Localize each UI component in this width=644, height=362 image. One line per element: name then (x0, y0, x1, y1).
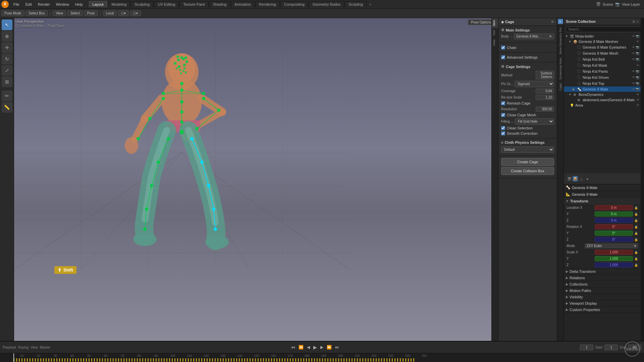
close-cage-mesh-checkbox[interactable] (501, 113, 505, 117)
ninja-boiler-eye[interactable]: 👁 (632, 35, 635, 38)
outliner-item-top[interactable]: 〇 Ninja Kid Top 👁 📷 (564, 80, 641, 86)
bone-dynamics-label[interactable]: Bone Dynamics Pro (558, 26, 563, 56)
tab-rendering[interactable]: Rendering (255, 1, 280, 7)
jump-end-btn[interactable]: ⏭ (334, 344, 340, 350)
sigmoid-select[interactable]: Sigmoid (515, 81, 554, 87)
select-box[interactable]: Select Box (26, 10, 48, 16)
outliner-item-g8-male[interactable]: ▶ 🦴 Genesis 8 Male 👁 📷 (564, 86, 641, 92)
tool-transform[interactable]: ⊞ (2, 76, 12, 87)
scale-z-value[interactable]: 1.000 (595, 262, 633, 267)
start-frame-input[interactable]: 1 (604, 345, 618, 350)
scale-y-lock[interactable]: 🔒 (634, 257, 638, 260)
top-eye[interactable]: 👁 (632, 82, 635, 85)
viewport-3d[interactable]: User Perspective (1) Genesis 8 Male : rT… (14, 18, 498, 341)
outliner-item-g8-mesh[interactable]: 〇 Genesis 8 Male Mesh 👁 📷 (564, 50, 641, 56)
create-collision-btn[interactable]: Create Collision Box (501, 167, 554, 175)
outliner-item-mask[interactable]: 〇 Ninja Kid Mask 👁 (564, 62, 641, 68)
mode-value-dropdown[interactable]: ZXY Euler ▾ (585, 243, 638, 248)
custom-properties-section[interactable]: ▶ Custom Properties (564, 307, 641, 313)
pants-eye[interactable]: 👁 (632, 70, 635, 73)
location-y-value[interactable]: 0 m (595, 212, 633, 217)
tab-uv-editing[interactable]: UV Editing (154, 1, 179, 7)
collections-section[interactable]: ▶ Collections (564, 281, 641, 288)
visibility-section[interactable]: ▶ Visibility (564, 294, 641, 300)
tool-annotate[interactable]: ✏ (2, 90, 12, 101)
viewport-display-section[interactable]: ▶ Viewport Display (564, 300, 641, 307)
timeline-track[interactable]: 10 20 30 40 50 60 70 80 90 100 110 120 1… (0, 353, 644, 362)
tab-scripting[interactable]: Scripting (345, 1, 367, 7)
advanced-settings-checkbox[interactable] (501, 55, 505, 59)
tab-animation[interactable]: Animation (231, 1, 255, 7)
filter-icon[interactable]: ⚙ (632, 20, 635, 23)
g8-male-render[interactable]: 📷 (636, 87, 639, 91)
menu-window[interactable]: Window (53, 2, 72, 7)
scale-y-value[interactable]: 1.000 (595, 256, 633, 261)
scale-z-lock[interactable]: 🔒 (634, 263, 638, 267)
outliner-item-abdomen[interactable]: ⚙ abdomenLower|Genesis 8 Male 👁 (564, 97, 641, 103)
outliner-item-bonedynamics[interactable]: ▼ ⚙ BoneDynamics 👁 (564, 92, 641, 97)
bonedynamics-eye[interactable]: 👁 (636, 93, 639, 96)
local-toggle[interactable]: Local (103, 10, 117, 16)
overlay-options[interactable]: ⬡▾ (130, 10, 141, 16)
g8-male-eye[interactable]: 👁 (632, 87, 635, 91)
props-scene-icon[interactable]: 🎬 (567, 176, 572, 181)
default-select[interactable]: Default (501, 146, 554, 153)
marker-label[interactable]: Marker (40, 346, 50, 349)
tab-modeling[interactable]: Modeling (108, 1, 130, 7)
rotation-y-lock[interactable]: 🔒 (634, 232, 638, 235)
shoes-eye[interactable]: 👁 (632, 76, 635, 79)
location-y-lock[interactable]: 🔒 (634, 213, 638, 216)
rotation-y-value[interactable]: 0° (595, 231, 633, 236)
cloth-physics-header[interactable]: ≡ Cloth Physics Settings (501, 140, 554, 144)
outliner-item-pants[interactable]: 〇 Ninja Kid Pants 👁 📷 (564, 68, 641, 74)
menu-render[interactable]: Render (35, 2, 53, 7)
outliner-item-eyelashes[interactable]: 〇 Genesis 8 Male Eyelashes 👁 📷 (564, 44, 641, 50)
cage-sidebar-label[interactable]: Cage! (558, 81, 563, 92)
abdomen-eye[interactable]: 👁 (636, 98, 639, 102)
scale-x-lock[interactable]: 🔒 (634, 251, 638, 254)
chain-checkbox[interactable] (501, 46, 505, 50)
tab-texture-paint[interactable]: Texture Paint (179, 1, 208, 7)
body-clear-icon[interactable]: ✕ (549, 35, 552, 38)
playback-label[interactable]: Playback (3, 346, 16, 349)
viewport-options[interactable]: ⬡▾ (118, 10, 129, 16)
tab-sculpting[interactable]: Sculpting (131, 1, 153, 7)
rotation-z-lock[interactable]: 🔒 (634, 238, 638, 241)
select-menu[interactable]: Select (67, 10, 83, 16)
prev-keyframe-btn[interactable]: ◀ (306, 344, 311, 350)
tool-rotate[interactable]: ↻ (2, 54, 12, 64)
vtab-item[interactable]: Item (492, 18, 498, 28)
outliner-item-g8-meshes[interactable]: ▼ 📦 Genesis 8 Male Meshes 👁 (564, 39, 641, 44)
pants-render[interactable]: 📷 (636, 70, 639, 73)
rotation-x-lock[interactable]: 🔒 (634, 225, 638, 229)
props-object-icon[interactable]: 📦 (573, 176, 578, 181)
tool-select[interactable]: ↖ (2, 19, 12, 30)
add-collection-icon[interactable]: + (637, 20, 639, 23)
rotation-x-value[interactable]: 0° (595, 224, 633, 229)
screencap-keys-label[interactable]: Screencap Keys (558, 56, 563, 81)
delta-transform-section[interactable]: ▶ Delta Transform (564, 268, 641, 275)
props-mesh-icon[interactable]: △ (579, 176, 584, 181)
cage-settings-header[interactable]: ⚙ Cage Settings (501, 64, 554, 69)
keying-label[interactable]: Keying (18, 346, 29, 349)
view-label[interactable]: View (31, 346, 38, 349)
resolution-value[interactable]: 300.00 (536, 107, 554, 112)
top-render[interactable]: 📷 (636, 82, 639, 85)
transform-section-header[interactable]: ▼ Transform (564, 198, 641, 204)
tool-move[interactable]: ✛ (2, 42, 12, 53)
remesh-cage-checkbox[interactable] (501, 101, 505, 105)
belt-eye[interactable]: 👁 (632, 58, 635, 61)
area-eye[interactable]: 👁 (636, 104, 639, 107)
tool-scale[interactable]: ⤢ (2, 65, 12, 76)
bone-dynamics-icon[interactable]: B (558, 19, 563, 24)
ninja-boiler-render[interactable]: 📷 (636, 35, 639, 38)
fill-grid-hole-select[interactable]: Fill Grid Hole (515, 118, 554, 125)
mode-selector[interactable]: Pose Mode (1, 10, 24, 16)
menu-edit[interactable]: Edit (23, 2, 35, 7)
shoes-render[interactable]: 📷 (636, 76, 639, 79)
belt-render[interactable]: 📷 (636, 58, 639, 61)
smooth-correction-checkbox[interactable] (501, 131, 505, 135)
location-z-lock[interactable]: 🔒 (634, 219, 638, 222)
create-cage-btn[interactable]: Create Cage (501, 158, 554, 166)
body-value-dropdown[interactable]: Genesis 8 Mal... ✕ (514, 34, 554, 39)
